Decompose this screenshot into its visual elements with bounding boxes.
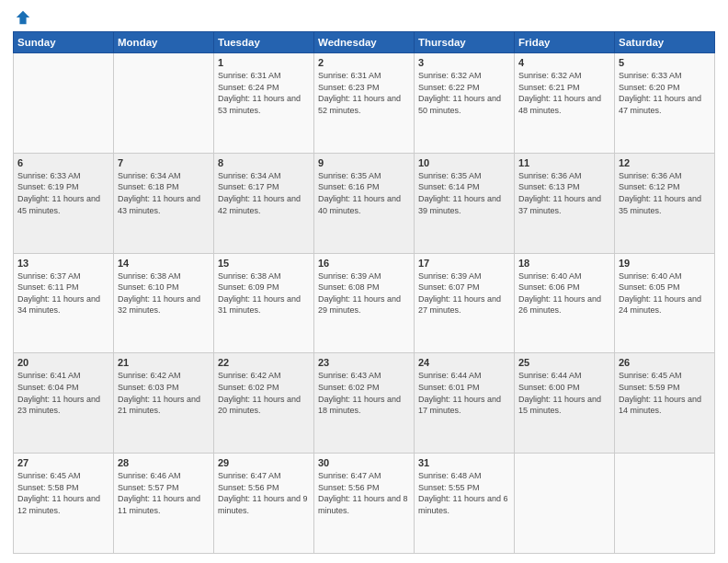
day-info: Sunrise: 6:33 AM Sunset: 6:19 PM Dayligh… [17, 170, 109, 216]
day-number: 17 [418, 258, 510, 269]
day-info: Sunrise: 6:36 AM Sunset: 6:12 PM Dayligh… [619, 170, 711, 216]
day-number: 13 [17, 258, 109, 269]
day-info: Sunrise: 6:36 AM Sunset: 6:13 PM Dayligh… [518, 170, 610, 216]
day-info: Sunrise: 6:34 AM Sunset: 6:17 PM Dayligh… [218, 170, 310, 216]
day-number: 18 [518, 258, 610, 269]
calendar-cell: 7Sunrise: 6:34 AM Sunset: 6:18 PM Daylig… [114, 153, 214, 253]
calendar-cell: 18Sunrise: 6:40 AM Sunset: 6:06 PM Dayli… [515, 253, 615, 353]
day-info: Sunrise: 6:44 AM Sunset: 6:01 PM Dayligh… [418, 370, 510, 416]
day-info: Sunrise: 6:45 AM Sunset: 5:59 PM Dayligh… [619, 370, 711, 416]
day-info: Sunrise: 6:32 AM Sunset: 6:21 PM Dayligh… [518, 70, 610, 116]
header [13, 9, 715, 26]
calendar-cell: 24Sunrise: 6:44 AM Sunset: 6:01 PM Dayli… [415, 353, 515, 454]
day-number: 4 [518, 57, 610, 68]
calendar-cell: 31Sunrise: 6:48 AM Sunset: 5:55 PM Dayli… [415, 454, 515, 554]
day-number: 22 [218, 357, 310, 368]
day-number: 14 [118, 258, 210, 269]
calendar-week-1: 1Sunrise: 6:31 AM Sunset: 6:24 PM Daylig… [14, 53, 715, 154]
day-number: 27 [17, 457, 109, 468]
calendar-cell: 19Sunrise: 6:40 AM Sunset: 6:05 PM Dayli… [615, 253, 715, 353]
calendar-cell: 27Sunrise: 6:45 AM Sunset: 5:58 PM Dayli… [14, 454, 114, 554]
calendar-header-saturday: Saturday [615, 32, 715, 53]
day-info: Sunrise: 6:48 AM Sunset: 5:55 PM Dayligh… [418, 470, 510, 516]
day-info: Sunrise: 6:39 AM Sunset: 6:08 PM Dayligh… [318, 270, 410, 316]
day-info: Sunrise: 6:38 AM Sunset: 6:10 PM Dayligh… [118, 270, 210, 316]
calendar-cell: 26Sunrise: 6:45 AM Sunset: 5:59 PM Dayli… [615, 353, 715, 454]
day-info: Sunrise: 6:40 AM Sunset: 6:05 PM Dayligh… [619, 270, 711, 316]
calendar-cell: 17Sunrise: 6:39 AM Sunset: 6:07 PM Dayli… [415, 253, 515, 353]
day-info: Sunrise: 6:47 AM Sunset: 5:56 PM Dayligh… [218, 470, 310, 516]
day-info: Sunrise: 6:31 AM Sunset: 6:24 PM Dayligh… [218, 70, 310, 116]
calendar-cell: 4Sunrise: 6:32 AM Sunset: 6:21 PM Daylig… [515, 53, 615, 154]
calendar-header-sunday: Sunday [14, 32, 114, 53]
calendar-cell: 2Sunrise: 6:31 AM Sunset: 6:23 PM Daylig… [314, 53, 415, 154]
day-number: 3 [418, 57, 510, 68]
day-number: 5 [619, 57, 711, 68]
day-number: 20 [17, 357, 109, 368]
day-info: Sunrise: 6:40 AM Sunset: 6:06 PM Dayligh… [518, 270, 610, 316]
calendar-cell [114, 53, 214, 154]
calendar-cell: 11Sunrise: 6:36 AM Sunset: 6:13 PM Dayli… [515, 153, 615, 253]
calendar-cell: 10Sunrise: 6:35 AM Sunset: 6:14 PM Dayli… [415, 153, 515, 253]
day-number: 25 [518, 357, 610, 368]
calendar-header-wednesday: Wednesday [314, 32, 415, 53]
calendar-cell: 21Sunrise: 6:42 AM Sunset: 6:03 PM Dayli… [114, 353, 214, 454]
day-info: Sunrise: 6:46 AM Sunset: 5:57 PM Dayligh… [118, 470, 210, 516]
day-number: 26 [619, 357, 711, 368]
calendar-week-5: 27Sunrise: 6:45 AM Sunset: 5:58 PM Dayli… [14, 454, 715, 554]
calendar-header-monday: Monday [114, 32, 214, 53]
day-number: 10 [418, 157, 510, 168]
day-info: Sunrise: 6:38 AM Sunset: 6:09 PM Dayligh… [218, 270, 310, 316]
day-info: Sunrise: 6:37 AM Sunset: 6:11 PM Dayligh… [17, 270, 109, 316]
calendar-cell: 14Sunrise: 6:38 AM Sunset: 6:10 PM Dayli… [114, 253, 214, 353]
svg-marker-0 [17, 11, 29, 24]
day-info: Sunrise: 6:35 AM Sunset: 6:14 PM Dayligh… [418, 170, 510, 216]
calendar-cell: 22Sunrise: 6:42 AM Sunset: 6:02 PM Dayli… [214, 353, 314, 454]
calendar-cell: 13Sunrise: 6:37 AM Sunset: 6:11 PM Dayli… [14, 253, 114, 353]
calendar-header-row: SundayMondayTuesdayWednesdayThursdayFrid… [14, 32, 715, 53]
calendar-cell: 3Sunrise: 6:32 AM Sunset: 6:22 PM Daylig… [415, 53, 515, 154]
day-number: 7 [118, 157, 210, 168]
day-number: 1 [218, 57, 310, 68]
calendar: SundayMondayTuesdayWednesdayThursdayFrid… [13, 31, 715, 554]
calendar-cell: 25Sunrise: 6:44 AM Sunset: 6:00 PM Dayli… [515, 353, 615, 454]
day-number: 11 [518, 157, 610, 168]
calendar-cell: 30Sunrise: 6:47 AM Sunset: 5:56 PM Dayli… [314, 454, 415, 554]
day-info: Sunrise: 6:34 AM Sunset: 6:18 PM Dayligh… [118, 170, 210, 216]
calendar-cell: 20Sunrise: 6:41 AM Sunset: 6:04 PM Dayli… [14, 353, 114, 454]
day-info: Sunrise: 6:47 AM Sunset: 5:56 PM Dayligh… [318, 470, 410, 516]
day-number: 12 [619, 157, 711, 168]
day-info: Sunrise: 6:39 AM Sunset: 6:07 PM Dayligh… [418, 270, 510, 316]
day-info: Sunrise: 6:44 AM Sunset: 6:00 PM Dayligh… [518, 370, 610, 416]
day-number: 28 [118, 457, 210, 468]
calendar-header-friday: Friday [515, 32, 615, 53]
calendar-cell: 8Sunrise: 6:34 AM Sunset: 6:17 PM Daylig… [214, 153, 314, 253]
day-number: 30 [318, 457, 410, 468]
day-number: 2 [318, 57, 410, 68]
day-number: 15 [218, 258, 310, 269]
day-number: 16 [318, 258, 410, 269]
calendar-cell: 9Sunrise: 6:35 AM Sunset: 6:16 PM Daylig… [314, 153, 415, 253]
calendar-cell: 5Sunrise: 6:33 AM Sunset: 6:20 PM Daylig… [615, 53, 715, 154]
day-number: 6 [17, 157, 109, 168]
day-info: Sunrise: 6:45 AM Sunset: 5:58 PM Dayligh… [17, 470, 109, 516]
calendar-cell: 16Sunrise: 6:39 AM Sunset: 6:08 PM Dayli… [314, 253, 415, 353]
day-info: Sunrise: 6:33 AM Sunset: 6:20 PM Dayligh… [619, 70, 711, 116]
calendar-week-2: 6Sunrise: 6:33 AM Sunset: 6:19 PM Daylig… [14, 153, 715, 253]
day-number: 9 [318, 157, 410, 168]
calendar-header-thursday: Thursday [415, 32, 515, 53]
calendar-cell [515, 454, 615, 554]
day-info: Sunrise: 6:35 AM Sunset: 6:16 PM Dayligh… [318, 170, 410, 216]
calendar-cell [14, 53, 114, 154]
calendar-cell: 29Sunrise: 6:47 AM Sunset: 5:56 PM Dayli… [214, 454, 314, 554]
calendar-cell: 12Sunrise: 6:36 AM Sunset: 6:12 PM Dayli… [615, 153, 715, 253]
logo-icon [15, 9, 31, 26]
logo [13, 9, 31, 26]
calendar-week-3: 13Sunrise: 6:37 AM Sunset: 6:11 PM Dayli… [14, 253, 715, 353]
calendar-cell: 15Sunrise: 6:38 AM Sunset: 6:09 PM Dayli… [214, 253, 314, 353]
day-number: 8 [218, 157, 310, 168]
calendar-cell: 1Sunrise: 6:31 AM Sunset: 6:24 PM Daylig… [214, 53, 314, 154]
day-info: Sunrise: 6:42 AM Sunset: 6:03 PM Dayligh… [118, 370, 210, 416]
day-number: 24 [418, 357, 510, 368]
calendar-cell: 23Sunrise: 6:43 AM Sunset: 6:02 PM Dayli… [314, 353, 415, 454]
